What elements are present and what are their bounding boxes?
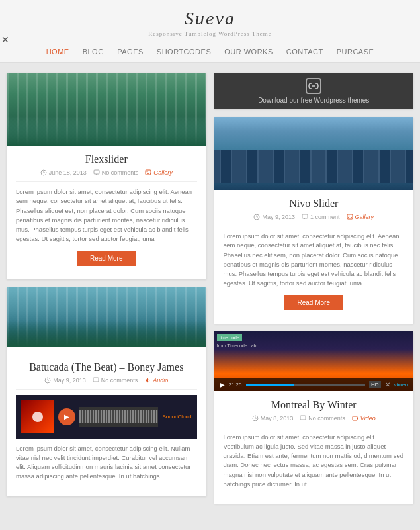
flexslider-text: Lorem ipsum dolor sit amet, consectetur …: [16, 187, 197, 244]
svg-rect-23: [300, 416, 306, 420]
nivo-meta: May 9, 2013 1 comment Gallery: [224, 214, 405, 220]
gallery-icon: [145, 169, 151, 176]
nivo-tag: Gallery: [347, 214, 374, 220]
nivo-comments: 1 comment: [302, 214, 340, 220]
gallery-icon-2: [347, 214, 353, 220]
montreal-body: Montreal By Winter May 8, 2013 No commen…: [214, 391, 414, 504]
clock-icon-4: [252, 415, 259, 421]
montreal-date: May 8, 2013: [252, 415, 294, 421]
left-column: Flexslider June 18, 2013 No comments Gal…: [7, 73, 206, 504]
music-player: ▶ SoundCloud: [16, 395, 197, 439]
flexslider-image: [7, 73, 206, 146]
flexslider-meta: June 18, 2013 No comments Gallery: [16, 169, 197, 176]
svg-point-6: [147, 171, 148, 173]
montreal-divider: [224, 427, 405, 427]
video-time: 21:25: [229, 382, 242, 388]
svg-point-19: [348, 216, 349, 217]
site-logo: Sueva: [0, 8, 420, 29]
main-nav: HOME BLOG PAGES SHORTCODES OUR WORKS CON…: [0, 41, 420, 62]
nav-purcase[interactable]: PURCASE: [337, 48, 374, 56]
video-overlay-badge: time code: [217, 334, 242, 341]
right-column: Download our free Wordpress themes Nivo …: [214, 73, 414, 504]
music-play-button[interactable]: ▶: [58, 408, 75, 425]
flexslider-tag: Gallery: [145, 169, 173, 176]
svg-rect-16: [302, 214, 308, 218]
vimeo-separator: ✕: [385, 381, 390, 388]
clock-icon-3: [253, 214, 260, 220]
album-thumbnail: [21, 400, 54, 433]
batucada-comments: No comments: [93, 377, 138, 384]
batucada-date: May 9, 2013: [44, 377, 86, 384]
comment-icon-2: [93, 377, 99, 384]
nav-home[interactable]: HOME: [46, 48, 69, 56]
montreal-meta: May 8, 2013 No comments Video: [224, 415, 405, 421]
nivo-card: Nivo Slider May 9, 2013 1 comment Galler…: [214, 117, 414, 324]
flexslider-read-more[interactable]: Read More: [77, 251, 136, 266]
hd-badge: HD: [369, 381, 381, 388]
comment-icon-3: [302, 214, 308, 220]
nav-contact[interactable]: CONTACT: [286, 48, 323, 56]
flexslider-title: Flexslider: [16, 154, 197, 165]
crosshair-icon: ✕: [1, 34, 9, 46]
nav-pages[interactable]: PAGES: [117, 48, 144, 56]
montreal-video-thumb: time code from Timecode Lab ▶ 21:25 HD ✕…: [214, 331, 414, 391]
audio-icon: [144, 377, 151, 384]
nivo-divider: [224, 226, 405, 226]
comment-icon: [93, 169, 100, 176]
video-controls-bar: ▶ 21:25 HD ✕ vimeo: [214, 378, 414, 391]
nivo-body: Nivo Slider May 9, 2013 1 comment Galler…: [214, 190, 414, 324]
video-progress-fill: [246, 384, 294, 386]
flexslider-divider: [16, 181, 197, 182]
video-play-button[interactable]: ▶: [220, 381, 225, 388]
clock-icon-2: [44, 377, 51, 384]
svg-rect-10: [93, 378, 99, 382]
nivo-date: May 9, 2013: [253, 214, 295, 220]
content-area: Flexslider June 18, 2013 No comments Gal…: [0, 63, 420, 513]
montreal-text: Lorem ipsum dolor sit amet, consectetur …: [224, 433, 405, 490]
nivo-text: Lorem ipsum dolor sit amet, consectetur …: [224, 232, 405, 288]
site-tagline: Responsive Tumblelog WordPress Theme: [0, 30, 420, 37]
flexslider-body: Flexslider June 18, 2013 No comments Gal…: [7, 146, 206, 279]
nav-our-works[interactable]: OUR WORKS: [224, 48, 273, 56]
batucada-divider: [16, 389, 197, 390]
video-icon: [352, 415, 358, 421]
soundcloud-icon: SoundCloud: [162, 414, 191, 420]
batucada-image: [7, 287, 206, 353]
batucada-tag: Audio: [144, 377, 168, 384]
video-progress-bar[interactable]: [246, 384, 366, 386]
download-icon: [306, 78, 321, 94]
flexslider-card: Flexslider June 18, 2013 No comments Gal…: [7, 73, 206, 279]
download-text: Download our free Wordpress themes: [258, 97, 369, 104]
nav-blog[interactable]: BLOG: [83, 48, 105, 56]
site-header: Sueva Responsive Tumblelog WordPress The…: [0, 0, 420, 63]
montreal-tag: Video: [352, 415, 376, 421]
svg-rect-25: [353, 416, 357, 420]
batucada-card: Batucada (The Beat) – Boney James May 9,…: [7, 287, 206, 496]
nav-shortcodes[interactable]: SHORTCODES: [157, 48, 211, 56]
nivo-title: Nivo Slider: [224, 198, 405, 210]
video-from-label: from Timecode Lab: [217, 343, 257, 348]
batucada-text: Lorem ipsum dolor sit amet, consectetur …: [16, 444, 197, 482]
batucada-title: Batucada (The Beat) – Boney James: [16, 361, 197, 373]
nivo-image: [214, 117, 414, 190]
svg-rect-3: [94, 170, 99, 174]
clock-icon: [40, 169, 47, 176]
batucada-body: Batucada (The Beat) – Boney James May 9,…: [7, 353, 206, 496]
comment-icon-4: [300, 415, 306, 421]
link-icon: [308, 81, 319, 91]
montreal-comments: No comments: [300, 415, 345, 421]
batucada-meta: May 9, 2013 No comments Audio: [16, 377, 197, 384]
flexslider-comments: No comments: [93, 169, 139, 176]
montreal-title: Montreal By Winter: [224, 399, 405, 411]
nivo-read-more[interactable]: Read More: [284, 295, 343, 310]
music-waveform: [79, 407, 158, 427]
vimeo-logo: vimeo: [394, 382, 408, 388]
montreal-card: time code from Timecode Lab ▶ 21:25 HD ✕…: [214, 331, 414, 504]
flexslider-date: June 18, 2013: [40, 169, 87, 176]
download-banner: Download our free Wordpress themes: [214, 73, 414, 109]
